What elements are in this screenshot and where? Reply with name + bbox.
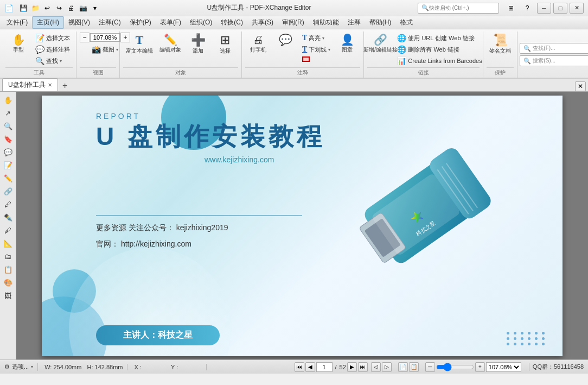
menu-format[interactable]: 格式 bbox=[395, 17, 417, 28]
menu-bar: 文件(F) 主页(H) 视图(V) 注释(C) 保护(P) 表单(F) 组织(O… bbox=[0, 16, 588, 29]
red-rect-icon bbox=[302, 56, 310, 62]
zoom-plus-status[interactable]: + bbox=[475, 362, 485, 372]
callout-button[interactable]: 💬 bbox=[272, 33, 298, 48]
view-group-label: 视图 bbox=[80, 67, 116, 78]
report-label: REPORT bbox=[96, 112, 325, 121]
edit-object-button[interactable]: ✏️ 编辑对象 bbox=[157, 33, 184, 55]
find-icon: 🔍 bbox=[35, 56, 44, 65]
menu-form[interactable]: 表单(F) bbox=[156, 17, 186, 28]
select-annotation-button[interactable]: 💬 选择注释 bbox=[33, 44, 73, 55]
close-panel-button[interactable]: ✕ bbox=[575, 81, 586, 91]
highlight-label: 高亮 bbox=[309, 34, 321, 42]
select-text-button[interactable]: 📝 选择文本 bbox=[33, 33, 73, 43]
open-button[interactable]: 📁 bbox=[30, 3, 41, 13]
new-tab-button[interactable]: + bbox=[59, 80, 71, 91]
color-sidebar-btn[interactable]: 🎨 bbox=[2, 276, 14, 288]
close-button[interactable]: ✕ bbox=[570, 3, 584, 14]
layers-sidebar-btn[interactable]: 🗂 bbox=[2, 250, 14, 262]
menu-accessibility[interactable]: 辅助功能 bbox=[309, 17, 343, 28]
zoom-select[interactable]: 107.08% 50% 75% 100% 125% 150% 200% bbox=[486, 362, 521, 372]
zoom-out-status[interactable]: ─ bbox=[425, 362, 435, 372]
menu-help[interactable]: 帮助(H) bbox=[365, 17, 396, 28]
link-icon: 🔗 bbox=[374, 34, 387, 45]
menu-review[interactable]: 审阅(R) bbox=[278, 17, 309, 28]
hand-sidebar-btn[interactable]: ✋ bbox=[2, 94, 14, 106]
search-input[interactable] bbox=[429, 5, 495, 11]
highlight-sidebar-btn[interactable]: 🖋 bbox=[2, 224, 14, 236]
delete-web-links-button[interactable]: 🌐 删除所有 Web 链接 bbox=[394, 44, 484, 55]
select-sidebar-btn[interactable]: ↗ bbox=[2, 107, 14, 119]
sign-doc-button[interactable]: 📜 签名文档 bbox=[487, 33, 514, 56]
new-edit-link-button[interactable]: 🔗 新增/编辑链接 bbox=[367, 33, 393, 55]
zoom-slider[interactable] bbox=[436, 364, 474, 370]
comment-sidebar-btn[interactable]: 💬 bbox=[2, 146, 14, 158]
create-web-links-button[interactable]: 🌐 使用 URL 创建 Web 链接 bbox=[394, 33, 484, 43]
bookmark-sidebar-btn[interactable]: 🔖 bbox=[2, 133, 14, 145]
options-button[interactable]: 选项... bbox=[12, 363, 29, 371]
more-qa[interactable]: ▾ bbox=[90, 3, 100, 13]
highlight-button[interactable]: T 高亮 ▾ bbox=[299, 33, 333, 43]
create-barcode-links-button[interactable]: 📊 Create Links from Barcodes bbox=[394, 55, 484, 66]
link-sidebar-btn[interactable]: 🔗 bbox=[2, 185, 14, 197]
document-tab[interactable]: U盘制作工具 ✕ bbox=[2, 78, 58, 91]
redo-button[interactable]: ↪ bbox=[54, 3, 65, 13]
next-page-button[interactable]: ▶ bbox=[347, 362, 357, 372]
clipboard-sidebar-btn[interactable]: 📋 bbox=[2, 263, 14, 275]
save-button[interactable]: 💾 bbox=[18, 3, 29, 13]
menu-share[interactable]: 共享(S) bbox=[247, 17, 278, 28]
undo-button[interactable]: ↩ bbox=[42, 3, 53, 13]
stamp-label: 图章 bbox=[342, 46, 353, 54]
sign-doc-label: 签名文档 bbox=[489, 47, 511, 55]
menu-comment[interactable]: 注释 bbox=[343, 17, 365, 28]
tab-bar: U盘制作工具 ✕ + ✕ bbox=[0, 79, 588, 92]
underline-button[interactable]: T 下划线 ▾ bbox=[299, 44, 333, 55]
calligraphy-sidebar-btn[interactable]: ✒️ bbox=[2, 211, 14, 223]
find-button[interactable]: 🔍 查找 ▾ bbox=[33, 55, 73, 66]
left-sidebar: ✋ ↗ 🔍 🔖 💬 📝 ✏️ 🔗 🖊 ✒️ 🖋 📐 🗂 📋 🎨 🖼 bbox=[0, 92, 16, 359]
menu-home[interactable]: 主页(H) bbox=[32, 16, 64, 29]
menu-view[interactable]: 视图(V) bbox=[64, 17, 94, 28]
hand-tool-button[interactable]: ✋ 手型 bbox=[5, 33, 31, 55]
edit-object-icon: ✏️ bbox=[164, 34, 177, 45]
canvas-area: ★ 科技之星 bbox=[16, 92, 588, 359]
maximize-button[interactable]: □ bbox=[553, 3, 567, 14]
two-page-button[interactable]: 📋 bbox=[409, 362, 419, 372]
pen-sidebar-btn[interactable]: 🖊 bbox=[2, 198, 14, 210]
last-page-button[interactable]: ⏭ bbox=[358, 362, 368, 372]
menu-annotation[interactable]: 注释(C) bbox=[94, 17, 125, 28]
zoom-out-btn[interactable]: − bbox=[80, 33, 90, 42]
typewriter-button[interactable]: 🖨 打字机 bbox=[245, 33, 271, 55]
print-button[interactable]: 🖨 bbox=[66, 3, 76, 13]
prev-view-button[interactable]: ◁ bbox=[371, 362, 381, 372]
apps-button[interactable]: ⊞ bbox=[503, 3, 519, 13]
ribbon-view-content: − 107.08% + 📸 截图 ▾ bbox=[80, 31, 116, 67]
info-section: 更多资源 关注公众号： kejizhixing2019 官网： http://k… bbox=[96, 223, 228, 249]
pencil-sidebar-btn[interactable]: ✏️ bbox=[2, 172, 14, 184]
link-group-label: 链接 bbox=[367, 67, 480, 78]
note-sidebar-btn[interactable]: 📝 bbox=[2, 159, 14, 171]
prev-page-button[interactable]: ◀ bbox=[305, 362, 315, 372]
red-rect-button[interactable] bbox=[299, 55, 333, 63]
menu-protect[interactable]: 保护(P) bbox=[125, 17, 156, 28]
stamp-button[interactable]: 👤 图章 bbox=[334, 33, 360, 55]
select-button[interactable]: ⊞ 选择 bbox=[212, 33, 238, 56]
scan-button[interactable]: 📷 bbox=[78, 3, 88, 13]
zoom-sidebar-btn[interactable]: 🔍 bbox=[2, 120, 14, 132]
screenshot-dropdown-icon: ▾ bbox=[116, 47, 118, 52]
single-page-button[interactable]: 📄 bbox=[398, 362, 408, 372]
menu-convert[interactable]: 转换(C) bbox=[216, 17, 247, 28]
help-button[interactable]: ? bbox=[520, 3, 535, 13]
image-sidebar-btn[interactable]: 🖼 bbox=[2, 289, 14, 301]
next-view-button[interactable]: ▷ bbox=[382, 362, 392, 372]
minimize-button[interactable]: ─ bbox=[537, 3, 551, 14]
page-input[interactable] bbox=[316, 362, 333, 372]
rich-text-edit-button[interactable]: T 富文本编辑 bbox=[123, 33, 156, 56]
app-logo: 📄 bbox=[4, 4, 14, 12]
find-label: 查找 bbox=[46, 57, 58, 65]
menu-file[interactable]: 文件(F) bbox=[2, 17, 32, 28]
add-button[interactable]: ➕ 添加 bbox=[185, 33, 211, 56]
menu-organize[interactable]: 组织(O) bbox=[186, 17, 216, 28]
first-page-button[interactable]: ⏮ bbox=[295, 362, 304, 372]
tab-close-button[interactable]: ✕ bbox=[48, 82, 52, 88]
measure-sidebar-btn[interactable]: 📐 bbox=[2, 237, 14, 249]
